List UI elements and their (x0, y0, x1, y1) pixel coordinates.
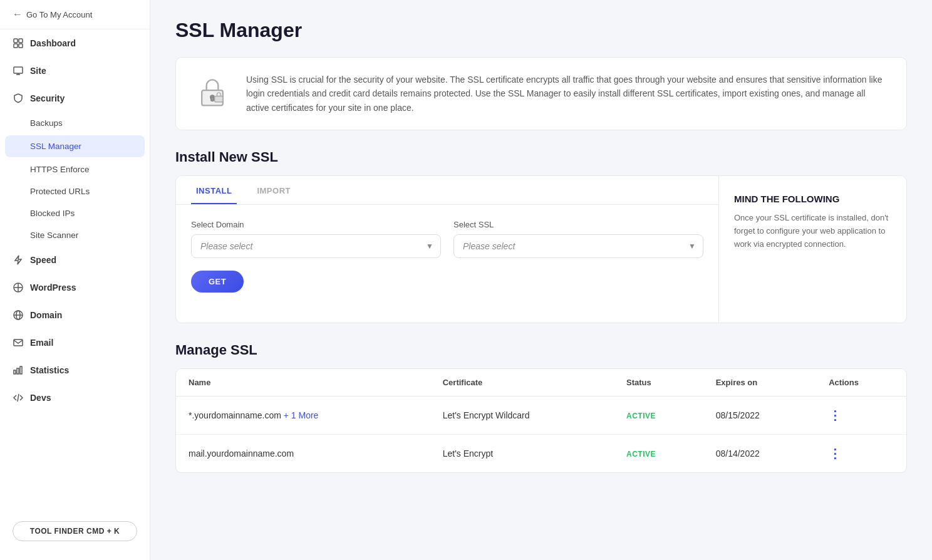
table-row: mail.yourdomainname.com Let's Encrypt AC… (176, 435, 906, 473)
main-content: SSL Manager Using SSL is crucial for the… (150, 0, 932, 560)
manage-table: Name Certificate Status Expires on Actio… (176, 369, 906, 472)
mail-icon (13, 337, 24, 348)
wordpress-label: WordPress (30, 283, 76, 293)
svg-rect-0 (14, 39, 18, 43)
row2-certificate: Let's Encrypt (430, 435, 614, 473)
sidebar-item-protected-urls[interactable]: Protected URLs (0, 180, 150, 202)
monitor-icon (13, 65, 24, 76)
select-ssl-wrapper: Please select ▼ (453, 234, 703, 258)
svg-marker-7 (15, 256, 21, 264)
row2-name: mail.yourdomainname.com (176, 435, 430, 473)
sidebar-item-speed[interactable]: Speed (0, 246, 150, 274)
dashboard-label: Dashboard (30, 38, 76, 48)
tab-install[interactable]: INSTALL (191, 176, 237, 204)
select-domain-wrapper: Please select ▼ (191, 234, 441, 258)
sidebar-item-https-enforce[interactable]: HTTPS Enforce (0, 158, 150, 180)
ssl-lock-icon (194, 73, 231, 110)
go-to-account-link[interactable]: ← Go To My Account (0, 0, 150, 29)
statistics-label: Statistics (30, 365, 69, 375)
table-header-row: Name Certificate Status Expires on Actio… (176, 369, 906, 397)
svg-rect-15 (20, 366, 22, 374)
select-domain-input[interactable]: Please select (191, 234, 441, 258)
speed-label: Speed (30, 255, 56, 265)
tool-finder-button[interactable]: TOOL FINDER CMD + K (13, 521, 137, 541)
shield-icon (13, 93, 24, 104)
sidebar-item-wordpress[interactable]: WordPress (0, 274, 150, 301)
globe-icon (13, 309, 24, 321)
mind-text: Once your SSL certificate is installed, … (734, 212, 891, 251)
select-ssl-label: Select SSL (453, 220, 703, 229)
sidebar-item-domain[interactable]: Domain (0, 301, 150, 329)
devs-label: Devs (30, 393, 51, 403)
sidebar-nav: Dashboard Site Security Backups (0, 29, 150, 515)
manage-section-title: Manage SSL (175, 342, 907, 358)
back-arrow-icon: ← (13, 9, 23, 20)
wordpress-icon (13, 282, 24, 293)
row1-actions: ⋮ (816, 397, 906, 435)
row1-more-link[interactable]: + 1 More (284, 410, 319, 420)
info-text: Using SSL is crucial for the security of… (246, 73, 889, 115)
tab-import[interactable]: IMPORT (252, 176, 296, 204)
svg-rect-2 (14, 44, 18, 48)
manage-card: Name Certificate Status Expires on Actio… (175, 368, 907, 473)
zap-icon (13, 254, 24, 266)
sidebar-item-security[interactable]: Security (0, 85, 150, 112)
sidebar-item-site-scanner[interactable]: Site Scanner (0, 224, 150, 246)
bar-chart-icon (13, 365, 24, 376)
select-domain-label: Select Domain (191, 220, 441, 229)
svg-rect-13 (14, 370, 16, 374)
col-actions: Actions (816, 369, 906, 397)
svg-rect-4 (14, 67, 23, 73)
row2-status: ACTIVE (614, 435, 703, 473)
sidebar-item-email[interactable]: Email (0, 329, 150, 356)
sidebar-item-blocked-ips[interactable]: Blocked IPs (0, 202, 150, 224)
svg-rect-20 (215, 96, 223, 101)
row1-status: ACTIVE (614, 397, 703, 435)
sidebar-item-ssl-manager[interactable]: SSL Manager (5, 135, 145, 157)
mind-title: MIND THE FOLLOWING (734, 194, 891, 204)
sidebar-item-backups[interactable]: Backups (0, 112, 150, 134)
code-icon (13, 392, 24, 403)
security-label: Security (30, 93, 65, 103)
get-button[interactable]: GET (191, 271, 244, 293)
table-row: *.yourdomainname.com + 1 More Let's Encr… (176, 397, 906, 435)
tab-install-content: Select Domain Please select ▼ Select SSL (176, 205, 718, 308)
install-right-panel: MIND THE FOLLOWING Once your SSL certifi… (718, 176, 906, 323)
col-expires: Expires on (703, 369, 817, 397)
email-label: Email (30, 338, 53, 348)
svg-rect-14 (17, 368, 19, 374)
svg-line-16 (18, 394, 19, 402)
sidebar-item-site[interactable]: Site (0, 57, 150, 85)
form-row-selects: Select Domain Please select ▼ Select SSL (191, 220, 703, 258)
row1-certificate: Let's Encrypt Wildcard (430, 397, 614, 435)
col-certificate: Certificate (430, 369, 614, 397)
page-title: SSL Manager (175, 19, 907, 42)
info-card: Using SSL is crucial for the security of… (175, 57, 907, 130)
sidebar-item-dashboard[interactable]: Dashboard (0, 29, 150, 57)
sidebar-item-devs[interactable]: Devs (0, 384, 150, 412)
install-card: INSTALL IMPORT Select Domain Please sele… (175, 175, 907, 323)
row2-actions-menu-button[interactable]: ⋮ (829, 447, 841, 460)
select-ssl-input[interactable]: Please select (453, 234, 703, 258)
site-label: Site (30, 66, 46, 76)
row1-actions-menu-button[interactable]: ⋮ (829, 408, 841, 422)
svg-rect-3 (19, 44, 23, 48)
form-group-ssl: Select SSL Please select ▼ (453, 220, 703, 258)
svg-rect-1 (19, 39, 23, 43)
svg-rect-19 (211, 97, 214, 101)
domain-label: Domain (30, 310, 62, 320)
sidebar-item-statistics[interactable]: Statistics (0, 356, 150, 384)
row1-name: *.yourdomainname.com + 1 More (176, 397, 430, 435)
install-left-panel: INSTALL IMPORT Select Domain Please sele… (176, 176, 718, 323)
grid-icon (13, 38, 24, 49)
back-label: Go To My Account (26, 10, 92, 19)
row2-actions: ⋮ (816, 435, 906, 473)
svg-rect-12 (14, 340, 23, 346)
form-group-domain: Select Domain Please select ▼ (191, 220, 441, 258)
row2-expires: 08/14/2022 (703, 435, 817, 473)
col-name: Name (176, 369, 430, 397)
install-tabs: INSTALL IMPORT (176, 176, 718, 205)
sidebar: ← Go To My Account Dashboard (0, 0, 150, 560)
col-status: Status (614, 369, 703, 397)
install-section-title: Install New SSL (175, 149, 907, 165)
